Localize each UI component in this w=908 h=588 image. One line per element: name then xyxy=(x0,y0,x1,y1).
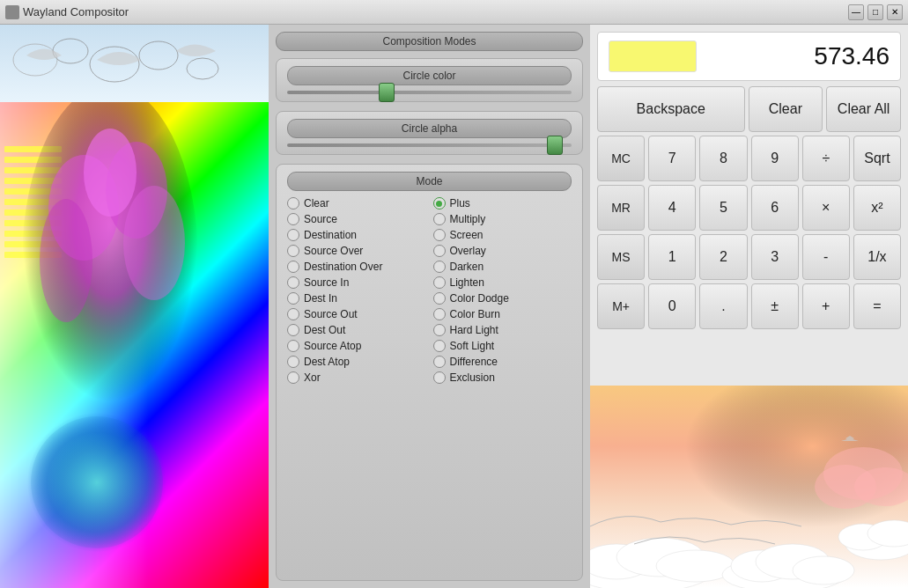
radio-color_dodge[interactable]: Color Dodge xyxy=(433,291,572,305)
radio-source_in[interactable]: Source In xyxy=(287,276,426,290)
radio-circle-source_over xyxy=(287,245,299,257)
calc-btn-plus[interactable]: + xyxy=(802,283,850,329)
circle-alpha-track[interactable] xyxy=(287,143,572,147)
radio-source_over[interactable]: Source Over xyxy=(287,244,426,258)
calc-btn-ms[interactable]: MS xyxy=(597,234,645,280)
calc-btn-1[interactable]: 1 xyxy=(648,234,696,280)
circle-color-thumb[interactable] xyxy=(379,83,395,102)
radio-label-color_burn: Color Burn xyxy=(450,308,500,320)
titlebar-buttons[interactable]: — □ ✕ xyxy=(848,4,903,20)
calc-btn-plusminus[interactable]: ± xyxy=(751,283,799,329)
circle-alpha-thumb[interactable] xyxy=(547,136,563,155)
radio-label-source: Source xyxy=(304,213,337,225)
calc-btn-9[interactable]: 9 xyxy=(751,136,799,181)
radio-label-plus: Plus xyxy=(450,197,470,209)
calc-btn-7[interactable]: 7 xyxy=(648,136,696,181)
radio-circle-destination xyxy=(287,229,299,241)
calc-btn-divide[interactable]: ÷ xyxy=(802,136,850,181)
radio-label-lighten: Lighten xyxy=(450,276,484,289)
radio-color_burn[interactable]: Color Burn xyxy=(433,307,572,321)
app-icon xyxy=(5,5,19,19)
radio-label-multiply: Multiply xyxy=(450,213,486,225)
calc-btn-clear[interactable]: Clear xyxy=(749,86,823,132)
minimize-button[interactable]: — xyxy=(848,4,864,20)
close-button[interactable]: ✕ xyxy=(887,4,903,20)
calc-row-4: MS123-1/x xyxy=(597,234,901,280)
radio-hard_light[interactable]: Hard Light xyxy=(433,323,572,337)
radio-circle-xor xyxy=(287,371,299,384)
radio-circle-source_in xyxy=(287,276,299,289)
radio-source[interactable]: Source xyxy=(287,212,426,226)
calc-btn-minus[interactable]: - xyxy=(802,234,850,280)
radio-darken[interactable]: Darken xyxy=(433,260,572,274)
calc-display-value: 573.46 xyxy=(704,42,890,70)
calc-btn-backspace[interactable]: Backspace xyxy=(597,86,745,132)
radio-label-destination_over: Destination Over xyxy=(304,261,382,273)
titlebar: Wayland Compositor — □ ✕ xyxy=(0,0,908,25)
radio-overlay[interactable]: Overlay xyxy=(433,244,572,258)
radio-circle-hard_light xyxy=(433,324,446,336)
calc-row-2: MC789÷Sqrt xyxy=(597,136,901,181)
radio-label-screen: Screen xyxy=(450,229,484,241)
svg-point-21 xyxy=(40,199,92,322)
radio-plus[interactable]: Plus xyxy=(433,196,572,210)
radio-destination_over[interactable]: Destination Over xyxy=(287,260,426,274)
calc-btn-xsquared[interactable]: x² xyxy=(853,185,901,231)
calc-buttons: BackspaceClearClear AllMC789÷SqrtMR456×x… xyxy=(597,86,901,329)
calc-row-3: MR456×x² xyxy=(597,185,901,231)
radio-screen[interactable]: Screen xyxy=(433,228,572,242)
calc-btn-sqrt[interactable]: Sqrt xyxy=(853,136,901,181)
radio-label-source_out: Source Out xyxy=(304,308,358,320)
sky-area xyxy=(590,386,908,588)
controls-panel: Composition Modes Circle color Circle al… xyxy=(269,25,590,588)
radio-circle-destination_over xyxy=(287,261,299,273)
radio-destination[interactable]: Destination xyxy=(287,228,426,242)
calc-btn-dot[interactable]: . xyxy=(699,283,747,329)
art-panel xyxy=(0,25,269,588)
radio-exclusion[interactable]: Exclusion xyxy=(433,371,572,385)
radio-multiply[interactable]: Multiply xyxy=(433,212,572,226)
radio-dest_atop[interactable]: Dest Atop xyxy=(287,355,426,369)
radio-source_atop[interactable]: Source Atop xyxy=(287,339,426,353)
calc-sky-panel: 573.46 BackspaceClearClear AllMC789÷Sqrt… xyxy=(590,25,908,588)
maximize-button[interactable]: □ xyxy=(867,4,883,20)
mode-grid: Clear Plus Source Multiply Destination S… xyxy=(287,196,572,385)
calc-btn-reciprocal[interactable]: 1/x xyxy=(853,234,901,280)
calc-display-color xyxy=(609,40,697,72)
radio-source_out[interactable]: Source Out xyxy=(287,307,426,321)
radio-dest_in[interactable]: Dest In xyxy=(287,291,426,305)
calc-btn-mc[interactable]: MC xyxy=(597,136,645,181)
calc-btn-6[interactable]: 6 xyxy=(751,185,799,231)
radio-label-source_atop: Source Atop xyxy=(304,340,361,352)
calc-btn-5[interactable]: 5 xyxy=(699,185,747,231)
teal-circle xyxy=(26,412,167,553)
calc-btn-multiply[interactable]: × xyxy=(802,185,850,231)
radio-clear[interactable]: Clear xyxy=(287,196,426,210)
svg-point-22 xyxy=(123,186,185,300)
svg-point-23 xyxy=(31,416,163,548)
circle-color-track[interactable] xyxy=(287,91,572,94)
radio-lighten[interactable]: Lighten xyxy=(433,276,572,290)
radio-label-overlay: Overlay xyxy=(450,245,486,257)
radio-label-difference: Difference xyxy=(450,356,498,368)
radio-circle-color_dodge xyxy=(433,292,446,305)
calc-btn-clear_all[interactable]: Clear All xyxy=(826,86,901,132)
radio-xor[interactable]: Xor xyxy=(287,371,426,385)
radio-circle-exclusion xyxy=(433,371,446,384)
circle-alpha-label: Circle alpha xyxy=(287,119,572,138)
calc-btn-2[interactable]: 2 xyxy=(699,234,747,280)
radio-circle-source_atop xyxy=(287,340,299,352)
calc-btn-equals[interactable]: = xyxy=(853,283,901,329)
radio-label-exclusion: Exclusion xyxy=(450,371,495,384)
calc-btn-8[interactable]: 8 xyxy=(699,136,747,181)
titlebar-left: Wayland Compositor xyxy=(5,5,129,19)
calc-btn-mplus[interactable]: M+ xyxy=(597,283,645,329)
mode-section: Mode Clear Plus Source Multiply Destinat… xyxy=(276,164,583,581)
calc-btn-0[interactable]: 0 xyxy=(648,283,696,329)
calc-btn-3[interactable]: 3 xyxy=(751,234,799,280)
radio-difference[interactable]: Difference xyxy=(433,355,572,369)
radio-soft_light[interactable]: Soft Light xyxy=(433,339,572,353)
radio-dest_out[interactable]: Dest Out xyxy=(287,323,426,337)
calc-btn-mr[interactable]: MR xyxy=(597,185,645,231)
calc-btn-4[interactable]: 4 xyxy=(648,185,696,231)
